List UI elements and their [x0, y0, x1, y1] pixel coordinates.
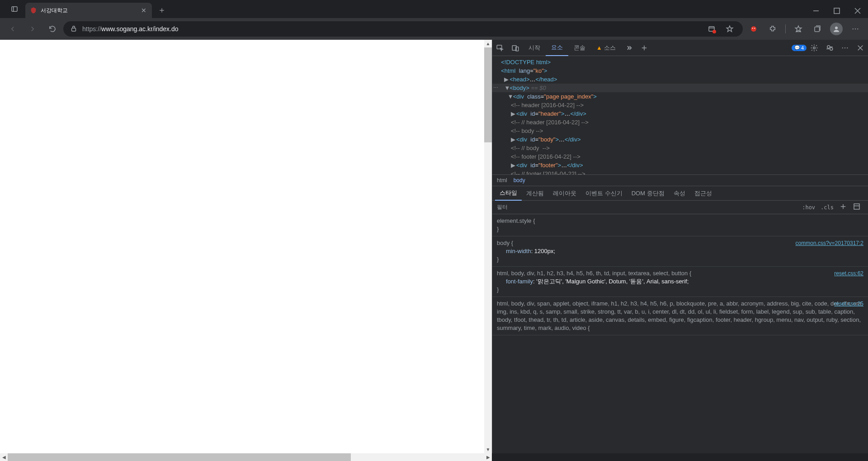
- styles-tab-styles[interactable]: 스타일: [495, 186, 522, 201]
- svg-point-16: [827, 45, 830, 48]
- svg-point-5: [752, 28, 753, 28]
- lock-icon: [70, 24, 78, 34]
- main-content: ▲ ▼ 시작 요소 콘솔 ▲소스 4 <!DOCTYPE: [0, 40, 868, 453]
- elements-dom-tree[interactable]: <!DOCTYPE html> <html lang="ko"> ▶<head>…: [492, 56, 868, 174]
- tab-favicon: [30, 7, 37, 14]
- svg-point-9: [853, 28, 854, 29]
- crumb-html[interactable]: html: [497, 177, 507, 183]
- devtools-tab-start[interactable]: 시작: [523, 40, 546, 56]
- menu-icon[interactable]: [846, 20, 864, 38]
- styles-tabbar: 스타일 계산됨 레이아웃 이벤트 수신기 DOM 중단점 속성 접근성: [492, 186, 868, 201]
- favorite-icon[interactable]: [723, 22, 736, 36]
- window-close-icon[interactable]: [847, 4, 868, 18]
- address-bar[interactable]: https://www.sogang.ac.kr/index.do: [63, 21, 743, 37]
- devtools-close-icon[interactable]: [853, 44, 868, 52]
- refresh-button[interactable]: [43, 20, 61, 38]
- devtools-panel: 시작 요소 콘솔 ▲소스 4 <!DOCTYPE html> <html lan…: [492, 40, 868, 453]
- hov-toggle[interactable]: :hov: [799, 203, 818, 212]
- crumb-body[interactable]: body: [514, 177, 525, 183]
- devtools-tab-elements[interactable]: 요소: [546, 40, 568, 56]
- styles-tab-layout[interactable]: 레이아웃: [548, 186, 581, 201]
- favorites-icon[interactable]: [789, 20, 807, 38]
- devtools-tabbar: 시작 요소 콘솔 ▲소스 4: [492, 40, 868, 56]
- devtools-more-tabs-icon[interactable]: [621, 44, 637, 52]
- devtools-menu-icon[interactable]: [837, 44, 853, 52]
- issues-badge[interactable]: 4: [792, 45, 807, 51]
- svg-point-4: [751, 26, 756, 32]
- styles-tab-computed[interactable]: 계산됨: [522, 186, 548, 201]
- forward-button[interactable]: [24, 20, 42, 38]
- devtools-tab-console[interactable]: 콘솔: [568, 40, 591, 56]
- browser-titlebar: 서강대학교 ✕ ＋: [0, 0, 868, 18]
- extension-1-icon[interactable]: [745, 20, 763, 38]
- svg-point-20: [847, 47, 848, 48]
- cls-toggle[interactable]: .cls: [818, 203, 836, 212]
- elements-breadcrumb: html body: [492, 174, 868, 186]
- new-tab-button[interactable]: ＋: [155, 3, 169, 17]
- devtools-settings-icon[interactable]: [807, 44, 822, 52]
- styles-rules[interactable]: element.style {}body {common.css?v=20170…: [492, 214, 868, 453]
- styles-filter-bar: 필터 :hov .cls: [492, 201, 868, 214]
- browser-tab[interactable]: 서강대학교 ✕: [25, 3, 152, 18]
- back-button[interactable]: [4, 20, 22, 38]
- styles-tab-dom-bp[interactable]: DOM 중단점: [627, 186, 669, 201]
- svg-point-18: [842, 47, 843, 48]
- tab-strip: 서강대학교 ✕ ＋: [0, 0, 169, 18]
- page-viewport: ▲ ▼: [0, 40, 492, 453]
- computed-toggle-icon[interactable]: [850, 202, 863, 213]
- devtools-add-tab-icon[interactable]: [637, 44, 652, 52]
- svg-point-11: [857, 28, 858, 29]
- extensions-icon[interactable]: [764, 20, 782, 38]
- svg-point-6: [754, 28, 755, 28]
- styles-tab-listeners[interactable]: 이벤트 수신기: [581, 186, 627, 201]
- devtools-feedback-icon[interactable]: [822, 44, 837, 52]
- shopping-icon[interactable]: [705, 22, 718, 36]
- new-style-rule-icon[interactable]: [836, 202, 850, 213]
- profile-avatar[interactable]: [827, 20, 845, 38]
- tab-title: 서강대학교: [41, 7, 137, 14]
- toolbar-divider: [785, 24, 786, 33]
- svg-rect-7: [815, 27, 820, 32]
- toolbar-right: [745, 20, 864, 38]
- collections-icon[interactable]: [808, 20, 826, 38]
- svg-rect-21: [854, 204, 859, 209]
- page-horizontal-scrollbar[interactable]: ◀ ▶: [0, 453, 492, 461]
- window-controls: [806, 4, 868, 18]
- styles-filter-input[interactable]: 필터: [497, 203, 799, 211]
- inspect-icon[interactable]: [492, 44, 508, 52]
- svg-rect-0: [12, 7, 17, 12]
- devtools-tab-sources[interactable]: ▲소스: [591, 40, 621, 56]
- browser-toolbar: https://www.sogang.ac.kr/index.do: [0, 18, 868, 40]
- window-maximize-icon[interactable]: [826, 4, 847, 18]
- svg-rect-1: [834, 8, 840, 14]
- svg-point-10: [855, 28, 856, 29]
- svg-point-19: [844, 47, 845, 48]
- styles-tab-a11y[interactable]: 접근성: [690, 186, 717, 201]
- svg-point-17: [830, 47, 833, 50]
- page-vertical-scrollbar[interactable]: ▲ ▼: [484, 40, 492, 453]
- svg-rect-2: [72, 28, 76, 31]
- svg-point-15: [813, 47, 816, 49]
- device-toggle-icon[interactable]: [508, 44, 523, 52]
- window-minimize-icon[interactable]: [806, 4, 826, 18]
- styles-tab-props[interactable]: 속성: [669, 186, 690, 201]
- tab-close-icon[interactable]: ✕: [140, 7, 147, 14]
- svg-point-8: [835, 27, 838, 29]
- tab-actions-icon[interactable]: [4, 0, 25, 18]
- url-text: https://www.sogang.ac.kr/index.do: [82, 25, 700, 33]
